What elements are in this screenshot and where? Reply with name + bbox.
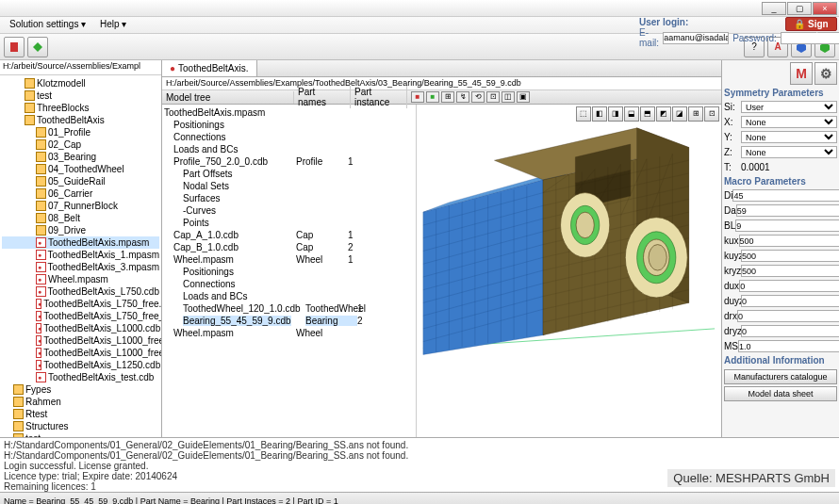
macro-input[interactable] bbox=[741, 265, 839, 277]
tree-item[interactable]: ThreeBlocks bbox=[2, 102, 159, 114]
close-button[interactable]: × bbox=[813, 2, 837, 15]
model-tree-row[interactable]: Connections bbox=[164, 131, 414, 143]
model-tree[interactable]: ToothedBeltAxis.mpasmPositioningsConnect… bbox=[162, 105, 417, 437]
macro-input[interactable] bbox=[741, 250, 839, 262]
vp-7[interactable]: ◪ bbox=[672, 106, 687, 122]
sym-select[interactable]: None bbox=[741, 146, 837, 158]
sym-select[interactable]: None bbox=[741, 116, 837, 128]
menu-solution-settings[interactable]: Solution settings ▾ bbox=[4, 17, 91, 31]
model-tree-row[interactable]: Loads and BCs bbox=[164, 143, 414, 155]
tree-item[interactable]: Structures bbox=[2, 420, 159, 432]
sym-select[interactable]: None bbox=[741, 131, 837, 143]
model-tree-row[interactable]: Cap_B_1.0.cdbCap2 bbox=[164, 241, 414, 253]
model-data-sheet-button[interactable]: Model data sheet bbox=[724, 386, 837, 401]
model-tree-row[interactable]: Connections bbox=[164, 278, 414, 290]
signout-button[interactable]: 🔒 Sign out bbox=[785, 17, 837, 31]
model-tree-row[interactable]: Wheel.mpasmWheel1 bbox=[164, 253, 414, 266]
tree-item[interactable]: ToothedBeltAxis_L750_free.cdb bbox=[2, 298, 159, 310]
macro-input[interactable] bbox=[741, 325, 839, 337]
maximize-button[interactable]: ▢ bbox=[787, 2, 812, 15]
tree-item[interactable]: Klotzmodell bbox=[2, 77, 159, 89]
tree-item[interactable]: ToothedBeltAxis_L1000_free.cdb bbox=[2, 334, 159, 347]
tree-item[interactable]: Fypes bbox=[2, 383, 159, 396]
tree-item[interactable]: 07_RunnerBlock bbox=[2, 200, 159, 212]
path-bar[interactable]: H:/arbeit/Source/Assemblies/Exampl bbox=[0, 60, 161, 75]
minimize-button[interactable]: _ bbox=[762, 2, 786, 15]
tree-item[interactable]: Rahmen bbox=[2, 396, 159, 408]
macro-input[interactable] bbox=[732, 189, 839, 202]
model-tree-row[interactable]: Loads and BCs bbox=[164, 290, 414, 302]
manufacturers-catalogue-button[interactable]: Manufacturers catalogue bbox=[724, 369, 837, 384]
vp-1[interactable]: ⬚ bbox=[576, 106, 591, 122]
tree-item[interactable]: ToothedBeltAxis_L750_free_Rw.cdb bbox=[2, 310, 159, 322]
vp-6[interactable]: ◩ bbox=[656, 106, 671, 122]
vt-7[interactable]: ◫ bbox=[502, 91, 515, 103]
tab-toothedbeltaxis[interactable]: ● ToothedBeltAxis. bbox=[162, 60, 257, 76]
vt-6[interactable]: ⊡ bbox=[486, 91, 500, 103]
vp-9[interactable]: ⊡ bbox=[704, 106, 719, 122]
settings-icon[interactable]: ⚙ bbox=[814, 62, 837, 85]
vp-8[interactable]: ⊞ bbox=[688, 106, 703, 122]
tree-item[interactable]: Rtest bbox=[2, 408, 159, 420]
macro-input[interactable] bbox=[735, 219, 839, 232]
tree-item[interactable]: Wheel.mpasm bbox=[2, 273, 159, 285]
tree-item[interactable]: ToothedBeltAxis_L1250.cdb bbox=[2, 359, 159, 371]
tree-item[interactable]: ToothedBeltAxis_L1000_free_Rw.cdb bbox=[2, 347, 159, 359]
model-tree-row[interactable]: Positionings bbox=[164, 266, 414, 278]
vt-3[interactable]: ⊞ bbox=[441, 91, 454, 103]
vp-2[interactable]: ◧ bbox=[592, 106, 607, 122]
vt-4[interactable]: ↯ bbox=[456, 91, 469, 103]
vt-2[interactable]: ■ bbox=[426, 91, 439, 103]
tree-item[interactable]: 02_Cap bbox=[2, 138, 159, 151]
vp-4[interactable]: ⬓ bbox=[624, 106, 639, 122]
macro-input[interactable] bbox=[737, 310, 839, 322]
model-tree-row[interactable]: Nodal Sets bbox=[164, 180, 414, 192]
model-tree-row[interactable]: Positionings bbox=[164, 119, 414, 131]
tree-item[interactable]: 04_ToothedWheel bbox=[2, 163, 159, 175]
menu-help[interactable]: Help ▾ bbox=[94, 17, 132, 31]
vt-8[interactable]: ▣ bbox=[517, 91, 530, 103]
macro-input[interactable] bbox=[739, 235, 839, 247]
tool-red-icon[interactable] bbox=[4, 37, 25, 57]
model-tree-row[interactable]: Wheel.mpasmWheel bbox=[164, 327, 414, 339]
model-tree-row[interactable]: Part Offsets bbox=[164, 168, 414, 180]
model-tree-row[interactable]: ToothedWheel_120_1.0.cdbToothedWheel1 bbox=[164, 302, 414, 315]
macro-input[interactable] bbox=[741, 295, 839, 307]
tree-item[interactable]: 05_GuideRail bbox=[2, 175, 159, 187]
model-tree-row[interactable]: -Curves bbox=[164, 204, 414, 217]
macro-input[interactable] bbox=[736, 204, 839, 217]
tree-item[interactable]: ToothedBeltAxis_L750.cdb bbox=[2, 285, 159, 298]
model-tree-row[interactable]: Surfaces bbox=[164, 192, 414, 204]
tree-item-label: test bbox=[37, 90, 52, 101]
sym-select[interactable]: User bbox=[741, 101, 837, 113]
tree-item[interactable]: test bbox=[2, 432, 159, 437]
macro-input[interactable] bbox=[738, 340, 839, 352]
tree-item[interactable]: 01_Profile bbox=[2, 126, 159, 138]
file-tree[interactable]: KlotzmodelltestThreeBlocksToothedBeltAxi… bbox=[0, 75, 161, 437]
tree-item[interactable]: test bbox=[2, 89, 159, 102]
tree-item[interactable]: ToothedBeltAxis.mpasm bbox=[2, 236, 159, 249]
tree-item[interactable]: ToothedBeltAxis_test.cdb bbox=[2, 371, 159, 383]
vt-1[interactable]: ■ bbox=[411, 91, 424, 103]
model-tree-row[interactable]: Cap_A_1.0.cdbCap1 bbox=[164, 229, 414, 241]
model-tree-row[interactable]: Profile_750_2.0_0.cdbProfile1 bbox=[164, 155, 414, 168]
m-logo-button[interactable]: M bbox=[790, 62, 813, 85]
email-field[interactable] bbox=[663, 32, 729, 44]
vt-5[interactable]: ⟲ bbox=[471, 91, 485, 103]
tree-item[interactable]: 03_Bearing bbox=[2, 151, 159, 163]
tree-item[interactable]: ToothedBeltAxis bbox=[2, 114, 159, 126]
vp-5[interactable]: ⬒ bbox=[640, 106, 655, 122]
tool-green-icon[interactable] bbox=[27, 37, 48, 57]
model-tree-row[interactable]: ToothedBeltAxis.mpasm bbox=[164, 106, 414, 119]
vp-3[interactable]: ◨ bbox=[608, 106, 623, 122]
tree-item[interactable]: 09_Drive bbox=[2, 224, 159, 236]
macro-input[interactable] bbox=[739, 280, 839, 292]
tree-item[interactable]: ToothedBeltAxis_3.mpasm bbox=[2, 261, 159, 273]
tree-item[interactable]: ToothedBeltAxis_L1000.cdb bbox=[2, 322, 159, 334]
model-tree-row[interactable]: Bearing_55_45_59_9.cdbBearing2 bbox=[164, 315, 414, 327]
tree-item[interactable]: ToothedBeltAxis_1.mpasm bbox=[2, 249, 159, 261]
viewport-3d[interactable]: ⬚ ◧ ◨ ⬓ ⬒ ◩ ◪ ⊞ ⊡ bbox=[417, 105, 721, 437]
model-tree-row[interactable]: Points bbox=[164, 217, 414, 229]
tree-item[interactable]: 06_Carrier bbox=[2, 187, 159, 200]
tree-item[interactable]: 08_Belt bbox=[2, 212, 159, 224]
